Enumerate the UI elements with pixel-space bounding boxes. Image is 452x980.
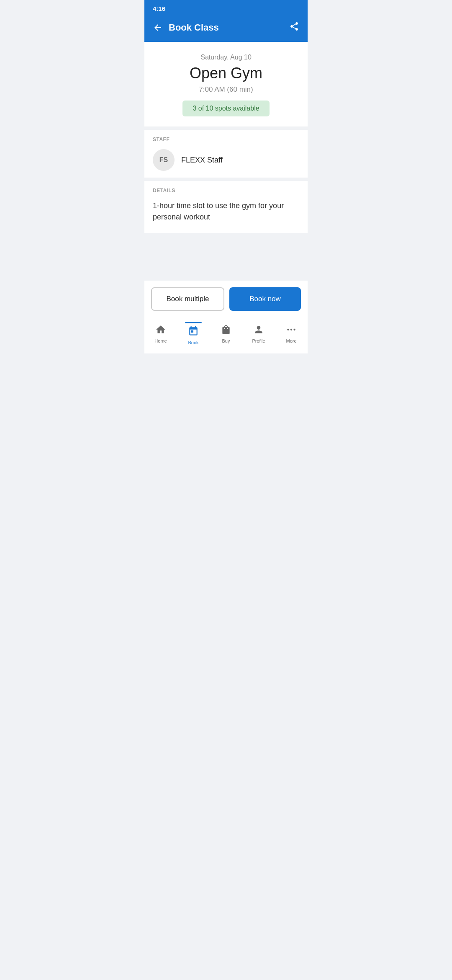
class-date: Saturday, Aug 10 [153,54,299,61]
header: Book Class [144,15,308,42]
spots-badge: 3 of 10 spots available [182,101,269,116]
class-name: Open Gym [153,64,299,82]
details-section-title: DETAILS [153,188,299,193]
svg-point-0 [287,328,289,330]
staff-avatar: FS [153,149,175,171]
nav-label-profile: Profile [252,338,265,343]
svg-point-2 [293,328,295,330]
nav-item-buy[interactable]: Buy [210,322,242,345]
staff-initials: FS [159,156,168,164]
staff-section-title: STAFF [153,137,299,142]
bottom-actions: Book multiple Book now [144,281,308,316]
staff-row: FS FLEXX Staff [153,149,299,171]
more-icon [286,324,297,337]
buy-icon [221,324,231,337]
svg-point-1 [290,328,292,330]
header-left: Book Class [151,21,219,34]
details-section: DETAILS 1-hour time slot to use the gym … [144,181,308,233]
nav-item-home[interactable]: Home [144,322,177,345]
share-button[interactable] [288,20,301,35]
nav-label-book: Book [188,340,198,345]
class-info-section: Saturday, Aug 10 Open Gym 7:00 AM (60 mi… [144,42,308,126]
staff-section: STAFF FS FLEXX Staff [144,130,308,178]
nav-item-profile[interactable]: Profile [242,322,275,345]
bottom-nav: Home Book Buy [144,316,308,353]
nav-label-home: Home [154,338,167,343]
status-bar: 4:16 [144,0,308,15]
page-title: Book Class [169,22,219,33]
section-divider-2 [144,178,308,181]
class-time: 7:00 AM (60 min) [153,85,299,94]
book-now-button[interactable]: Book now [229,287,301,311]
back-button[interactable] [151,21,164,34]
book-multiple-button[interactable]: Book multiple [151,287,224,311]
content-spacer [144,233,308,281]
status-time: 4:16 [153,5,165,12]
nav-item-book[interactable]: Book [177,320,210,347]
nav-label-more: More [286,338,296,343]
details-text: 1-hour time slot to use the gym for your… [153,200,299,223]
home-icon [155,324,166,337]
book-icon [188,326,199,338]
staff-name: FLEXX Staff [181,156,223,165]
section-divider-1 [144,126,308,130]
profile-icon [253,324,264,337]
nav-item-more[interactable]: More [275,322,308,345]
nav-label-buy: Buy [222,338,230,343]
